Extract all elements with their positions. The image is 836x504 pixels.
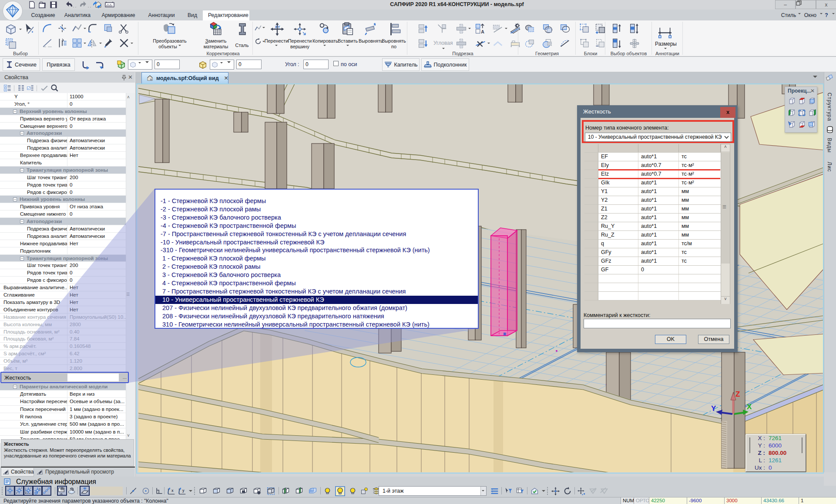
svg-text:7261: 7261: [769, 435, 782, 441]
svg-text:Ux :: Ux :: [755, 464, 765, 471]
svg-text:y: y: [182, 489, 185, 493]
svg-text:X: X: [747, 403, 752, 411]
svg-text:Y :: Y :: [758, 442, 765, 449]
svg-text:x: x: [171, 489, 174, 493]
svg-text:A: A: [481, 29, 484, 34]
svg-text:Y: Y: [711, 404, 716, 413]
svg-text:1261: 1261: [769, 457, 782, 464]
svg-text:0: 0: [769, 464, 772, 471]
svg-text:6000: 6000: [769, 442, 782, 449]
svg-text:L :: L :: [759, 457, 765, 464]
svg-text:800.00: 800.00: [769, 450, 786, 456]
svg-text:Z :: Z :: [758, 450, 765, 456]
svg-text:Z: Z: [735, 390, 740, 398]
svg-text:X :: X :: [758, 435, 765, 441]
